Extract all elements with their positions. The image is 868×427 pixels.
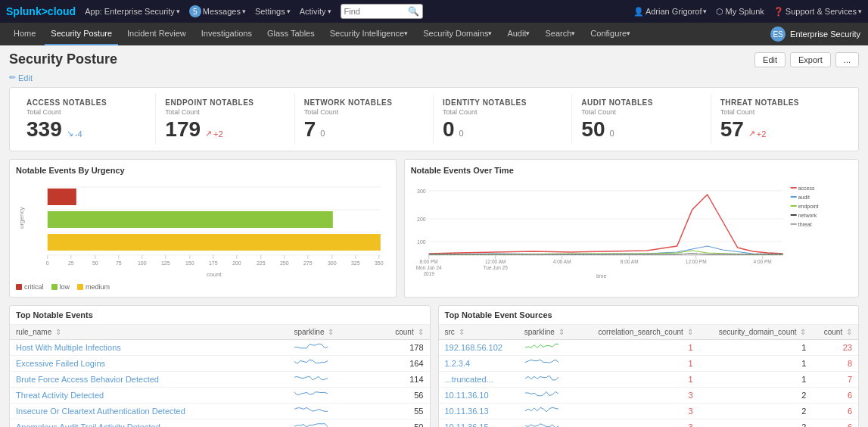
src-sparkline-cell (518, 388, 577, 404)
messages-chevron-icon: ▾ (242, 8, 246, 15)
src-cell[interactable]: 192.168.56.102 (439, 340, 518, 356)
corr-count-cell: 3 (577, 388, 699, 404)
rule-name-cell[interactable]: Threat Activity Detected (10, 388, 288, 404)
nav-configure[interactable]: Configure ▾ (584, 23, 636, 45)
nav-search[interactable]: Search ▾ (539, 23, 581, 45)
col-sparkline[interactable]: sparkline ⇕ (288, 325, 367, 340)
find-input[interactable] (344, 7, 405, 16)
sec-domains-chevron-icon: ▾ (488, 30, 492, 37)
table-header-row: rule_name ⇕ sparkline ⇕ count ⇕ (10, 325, 430, 340)
src-cell[interactable]: ...truncated... (439, 372, 518, 388)
sources-header-row: src ⇕ sparkline ⇕ correlation_search_cou… (439, 325, 859, 340)
table-row: ...truncated... 1 1 7 (439, 372, 859, 388)
rule-name-cell[interactable]: Brute Force Access Behavior Detected (10, 372, 288, 388)
col-count[interactable]: count ⇕ (368, 325, 430, 340)
sec-domain-count-cell: 1 (699, 372, 813, 388)
svg-text:2019: 2019 (423, 271, 434, 276)
count-cell: 55 (368, 404, 430, 419)
table-row: Excessive Failed Logins 164 (10, 356, 430, 372)
find-search-box[interactable]: 🔍 (341, 4, 423, 19)
down-arrow-icon: ↘ (67, 129, 73, 139)
line-chart-svg: 300 200 100 8:00 PM (411, 179, 852, 278)
nav-home[interactable]: Home (8, 23, 42, 45)
activity-nav[interactable]: Activity ▾ (300, 7, 331, 16)
threat-notables-delta: ↗ +2 (748, 129, 767, 139)
messages-nav[interactable]: 5 Messages ▾ (189, 5, 246, 17)
rule-name-cell[interactable]: Host With Multiple Infections (10, 340, 288, 356)
src-sparkline-cell (518, 404, 577, 419)
nav-security-intelligence[interactable]: Security Intelligence ▾ (324, 23, 414, 45)
rule-name-cell[interactable]: Excessive Failed Logins (10, 356, 288, 372)
mysplunk-nav[interactable]: ⬡ My Splunk (716, 7, 764, 17)
page-title: Security Posture (9, 51, 117, 67)
mysplunk-icon: ⬡ (716, 7, 723, 17)
nav-security-domains[interactable]: Security Domains ▾ (417, 23, 498, 45)
src-cell[interactable]: 10.11.36.13 (439, 404, 518, 419)
tables-row: Top Notable Events rule_name ⇕ sparkline… (9, 305, 859, 427)
src-sparkline-cell (518, 372, 577, 388)
corr-count-cell: 1 (577, 356, 699, 372)
identity-notables-delta: 0 (459, 129, 464, 138)
bar-chart-svg: urgency 0 25 50 75 (16, 179, 390, 278)
col-corr-count[interactable]: correlation_search_count ⇕ (577, 325, 699, 340)
access-notables-delta: ↘ -4 (67, 129, 82, 139)
bar-chart-legend: critical low medium (16, 283, 390, 291)
audit-notables-title: AUDIT NOTABLES (581, 98, 702, 107)
corr-count-cell: 1 (577, 340, 699, 356)
critical-bar (48, 189, 76, 205)
nav-investigations[interactable]: Investigations (195, 23, 258, 45)
col-sec-domain-count[interactable]: security_domain_count ⇕ (699, 325, 813, 340)
access-notables-card: ACCESS NOTABLES Total Count 339 ↘ -4 (19, 94, 156, 145)
col-rule-name[interactable]: rule_name ⇕ (10, 325, 288, 340)
svg-text:350: 350 (375, 260, 384, 266)
rule-name-cell[interactable]: Insecure Or Cleartext Authentication Det… (10, 404, 288, 419)
sec-domain-count-cell: 2 (699, 404, 813, 419)
svg-text:275: 275 (303, 260, 313, 266)
svg-text:Mon Jun 24: Mon Jun 24 (415, 265, 441, 270)
table-row: 1.2.3.4 1 1 8 (439, 356, 859, 372)
page-header: Security Posture Edit Export ... (9, 51, 859, 67)
right-nav: 👤 Adrian Grigorof ▾ ⬡ My Splunk ❓ Suppor… (633, 7, 862, 17)
nav-security-posture[interactable]: Security Posture (45, 23, 118, 45)
table-row: 192.168.56.102 1 1 23 (439, 340, 859, 356)
svg-text:300: 300 (328, 260, 337, 266)
src-cell[interactable]: 10.11.36.15 (439, 419, 518, 428)
nav-audit[interactable]: Audit ▾ (501, 23, 536, 45)
app-label[interactable]: App: Enterprise Security ▾ (85, 7, 180, 16)
count-cell: 50 (368, 419, 430, 428)
support-nav[interactable]: ❓ Support & Services ▾ (773, 7, 862, 17)
src-count-cell: 7 (812, 372, 858, 388)
sec-domain-count-cell: 2 (699, 388, 813, 404)
svg-text:75: 75 (116, 260, 122, 266)
corr-count-cell: 1 (577, 372, 699, 388)
network-notables-value-row: 7 0 (304, 119, 425, 140)
nav-incident-review[interactable]: Incident Review (121, 23, 192, 45)
settings-nav[interactable]: Settings ▾ (255, 7, 291, 16)
logo-text: Splunk>cloud (6, 5, 76, 17)
second-navbar: Home Security Posture Incident Review In… (0, 23, 868, 45)
network-notables-subtitle: Total Count (304, 108, 425, 116)
access-notables-subtitle: Total Count (26, 108, 148, 116)
support-icon: ❓ (773, 7, 784, 17)
edit-button[interactable]: Edit (754, 52, 786, 67)
svg-text:100: 100 (417, 239, 426, 245)
medium-legend-dot (77, 284, 83, 290)
messages-badge: 5 (189, 5, 201, 17)
col-src-count[interactable]: count ⇕ (812, 325, 858, 340)
threat-notables-subtitle: Total Count (720, 108, 842, 116)
user-nav[interactable]: 👤 Adrian Grigorof ▾ (633, 7, 708, 17)
page-actions: Edit Export ... (754, 52, 859, 67)
col-src[interactable]: src ⇕ (439, 325, 518, 340)
rule-name-cell[interactable]: Anomalous Audit Trail Activity Detected (10, 419, 288, 428)
corr-count-cell: 3 (577, 404, 699, 419)
src-cell[interactable]: 1.2.3.4 (439, 356, 518, 372)
nav-glass-tables[interactable]: Glass Tables (261, 23, 321, 45)
col-src-sparkline[interactable]: sparkline ⇕ (518, 325, 577, 340)
main-content: Security Posture Edit Export ... ✏ Edit … (0, 45, 868, 427)
top-notable-sources-table: src ⇕ sparkline ⇕ correlation_search_cou… (439, 325, 859, 427)
bar-chart-container: urgency 0 25 50 75 (16, 179, 390, 291)
more-button[interactable]: ... (835, 52, 859, 67)
export-button[interactable]: Export (790, 52, 831, 67)
edit-link[interactable]: ✏ Edit (9, 73, 33, 83)
src-cell[interactable]: 10.11.36.10 (439, 388, 518, 404)
